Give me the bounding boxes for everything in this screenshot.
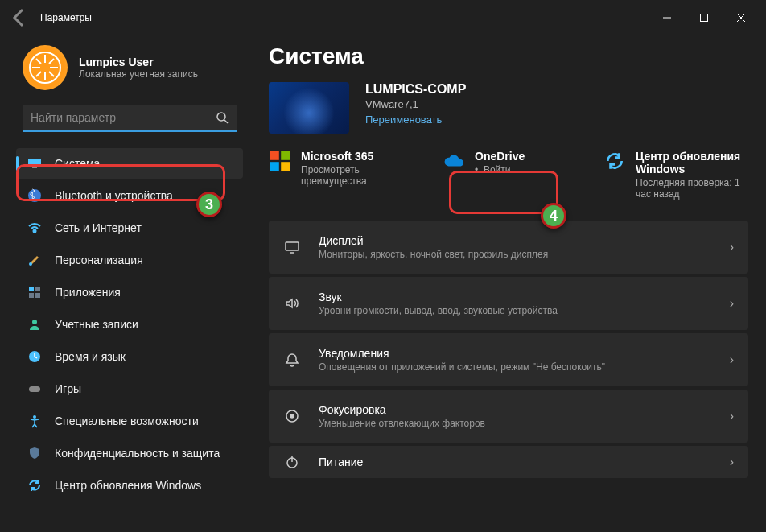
cloud-icon [443,150,465,172]
display-icon [283,239,301,255]
rename-link[interactable]: Переименовать [365,113,466,126]
chevron-right-icon: › [730,240,734,254]
svg-rect-21 [35,287,40,291]
sidebar-item-label: Bluetooth и устройства [55,189,173,202]
update-icon [27,478,42,493]
svg-point-27 [33,415,36,419]
svg-line-14 [224,120,228,123]
apps-icon [27,285,42,299]
gamepad-icon [27,381,42,396]
svg-rect-23 [35,293,40,298]
maximize-button[interactable] [686,5,723,31]
user-sub: Локальная учетная запись [79,68,198,80]
badge-4: 4 [541,203,566,229]
back-button[interactable] [6,5,32,31]
svg-point-18 [34,230,36,233]
window-controls [649,5,760,31]
content: Lumpics User Локальная учетная запись Си… [0,35,766,532]
sound-icon [283,295,301,311]
svg-point-35 [290,414,294,418]
sidebar-item-label: Сеть и Интернет [55,221,142,234]
chevron-right-icon: › [730,409,734,423]
chevron-right-icon: › [730,455,734,469]
setting-focus[interactable]: Фокусировка Уменьшение отвлекающих факто… [269,390,748,443]
sidebar-item-personalization[interactable]: Персонализация [16,245,243,275]
sidebar-item-gaming[interactable]: Игры [16,373,243,404]
wifi-icon [27,221,42,235]
setting-power[interactable]: Питание › [269,446,748,478]
card-title: Центр обновления Windows [636,150,748,175]
info-cards: Microsoft 365 Просмотреть преимущества O… [269,150,748,200]
avatar [23,45,68,90]
sidebar-item-label: Конфиденциальность и защита [55,447,220,460]
focus-icon [283,408,301,424]
svg-rect-29 [281,151,290,160]
svg-rect-30 [270,162,279,171]
card-title: Microsoft 365 [301,150,418,163]
setting-title: Дисплей [319,234,548,247]
svg-rect-22 [29,293,34,298]
card-sub: Просмотреть преимущества [301,164,418,187]
shield-icon [27,446,42,460]
svg-rect-32 [286,242,299,250]
window-title: Параметры [40,12,92,23]
svg-point-13 [217,113,225,121]
svg-point-19 [29,262,32,266]
svg-rect-16 [32,167,37,168]
setting-sub: Мониторы, яркость, ночной свет, профиль … [319,249,548,260]
update-icon [603,150,626,172]
m365-icon [269,150,291,172]
svg-point-24 [32,320,37,324]
setting-notifications[interactable]: Уведомления Оповещения от приложений и с… [269,333,748,386]
search-input[interactable] [23,105,237,132]
sidebar: Lumpics User Локальная учетная запись Си… [0,35,249,532]
card-update[interactable]: Центр обновления Windows Последняя прове… [603,150,748,200]
sidebar-item-label: Приложения [55,286,121,299]
search-wrap [23,105,237,132]
page-title: Система [269,43,748,69]
svg-rect-1 [701,14,708,22]
person-icon [27,317,42,332]
setting-title: Питание [319,456,363,468]
setting-sub: Уровни громкости, вывод, ввод, звуковые … [319,305,558,316]
user-block[interactable]: Lumpics User Локальная учетная запись [23,45,243,90]
sidebar-item-apps[interactable]: Приложения [16,277,243,307]
setting-sub: Оповещения от приложений и системы, режи… [319,361,605,373]
card-m365[interactable]: Microsoft 365 Просмотреть преимущества [269,150,418,200]
card-onedrive[interactable]: OneDrive • Войти [443,150,579,200]
sidebar-item-privacy[interactable]: Конфиденциальность и защита [16,438,243,468]
sidebar-item-label: Учетные записи [55,318,138,331]
card-sub: • Войти [475,164,525,175]
setting-title: Фокусировка [319,403,485,416]
sidebar-item-label: Система [55,157,100,170]
svg-rect-15 [28,159,41,167]
sidebar-item-time[interactable]: Время и язык [16,341,243,372]
sidebar-item-accounts[interactable]: Учетные записи [16,309,243,340]
settings-window: Параметры Lumpics User Локальная учетная… [0,0,766,532]
titlebar: Параметры [0,0,766,35]
badge-3: 3 [196,192,222,217]
sidebar-item-label: Центр обновления Windows [55,479,201,492]
setting-sub: Уменьшение отвлекающих факторов [319,418,485,429]
setting-display[interactable]: Дисплей Мониторы, яркость, ночной свет, … [269,221,748,274]
svg-rect-31 [281,162,290,171]
svg-rect-26 [29,386,40,392]
search-icon [216,111,229,127]
minimize-button[interactable] [649,5,686,31]
setting-title: Уведомления [319,347,605,360]
bell-icon [283,352,301,368]
clock-icon [27,349,42,364]
user-name: Lumpics User [79,56,198,68]
sidebar-item-update[interactable]: Центр обновления Windows [16,470,243,501]
device-meta: VMware7,1 [365,98,466,110]
chevron-right-icon: › [730,296,734,311]
card-title: OneDrive [475,150,525,163]
sidebar-item-accessibility[interactable]: Специальные возможности [16,406,243,436]
settings-list: Дисплей Мониторы, яркость, ночной свет, … [269,221,748,478]
system-icon [27,156,42,171]
setting-sound[interactable]: Звук Уровни громкости, вывод, ввод, звук… [269,277,748,330]
close-button[interactable] [723,5,760,31]
setting-title: Звук [319,291,558,303]
power-icon [283,454,301,470]
sidebar-item-system[interactable]: Система [16,148,243,179]
